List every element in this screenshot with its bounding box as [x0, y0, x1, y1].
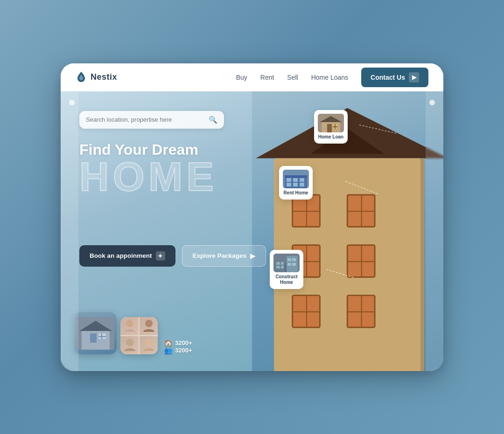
svg-rect-8: [361, 194, 362, 227]
search-icon: 🔍: [209, 116, 217, 124]
home-stat-icon: 🏠: [164, 339, 172, 347]
svg-rect-47: [276, 266, 280, 269]
svg-rect-29: [327, 124, 332, 132]
agent-cell-1: [120, 317, 139, 335]
stat-properties-value: 3200+: [175, 339, 192, 346]
card-home-loan-label: Home Loan: [318, 134, 343, 140]
side-bar-right: [426, 91, 443, 371]
logo: Nestix: [76, 71, 117, 84]
contact-btn-label: Contact Us: [371, 74, 405, 81]
card-home-loan: Home Loan: [314, 110, 348, 144]
svg-point-61: [126, 320, 133, 327]
explore-packages-button[interactable]: Explore Packages ▶: [182, 245, 266, 267]
svg-rect-60: [98, 336, 106, 337]
svg-point-62: [145, 320, 153, 327]
card-rent-home-label: Rent Home: [284, 190, 308, 196]
agents-stat-icon: 👥: [164, 347, 172, 354]
svg-rect-35: [285, 175, 307, 178]
svg-rect-50: [287, 258, 291, 261]
svg-point-63: [126, 339, 133, 346]
contact-btn-arrow: ▶: [409, 72, 419, 83]
nav-home-loans[interactable]: Home Loans: [311, 74, 348, 81]
svg-rect-51: [292, 258, 296, 261]
agents-thumbnail: [120, 317, 158, 354]
nav-buy[interactable]: Buy: [236, 74, 247, 81]
svg-rect-6: [293, 211, 320, 212]
svg-rect-36: [287, 178, 291, 182]
card-rent-home-image: [283, 170, 309, 188]
corner-dot-tl: [69, 100, 75, 105]
svg-rect-40: [293, 183, 298, 186]
property-thumbnail: [75, 312, 117, 354]
explore-btn-icon: ▶: [250, 252, 255, 260]
card-home-loan-image: [318, 114, 344, 132]
svg-rect-45: [276, 262, 280, 265]
svg-rect-9: [347, 211, 375, 212]
agent-cell-3: [120, 336, 139, 354]
search-input[interactable]: [86, 116, 204, 123]
card-construct-home: ConstructHome: [270, 250, 303, 289]
stat-properties: 🏠 3200+: [164, 339, 192, 347]
stats-labels: 🏠 3200+ 👥 3200+: [164, 339, 192, 354]
svg-rect-41: [300, 183, 304, 186]
svg-rect-48: [281, 266, 284, 269]
card-construct-image: [273, 254, 300, 272]
card-rent-home: Rent Home: [279, 166, 313, 200]
svg-rect-4: [293, 194, 320, 227]
svg-rect-5: [306, 194, 307, 227]
book-btn-label: Book an appoinment: [90, 252, 152, 259]
svg-rect-22: [420, 158, 424, 371]
hero-buttons: Book an appoinment + Explore Packages ▶: [79, 245, 266, 267]
logo-icon: [76, 71, 87, 84]
book-appointment-button[interactable]: Book an appoinment +: [79, 245, 175, 267]
agent-cell-4: [140, 336, 158, 354]
svg-rect-46: [281, 262, 284, 265]
svg-rect-21: [347, 311, 375, 312]
hero-section: 🔍 Find Your Dream HOME Book an appoinmen…: [61, 91, 443, 371]
navbar: Nestix Buy Rent Sell Home Loans Contact …: [61, 63, 443, 91]
svg-rect-57: [90, 333, 97, 343]
svg-point-64: [145, 339, 153, 346]
headline: Find Your Dream HOME: [79, 142, 217, 195]
book-btn-icon: +: [156, 251, 165, 261]
side-bar-left: [61, 91, 78, 371]
stat-agents-value: 3200+: [175, 347, 192, 354]
nav-links: Buy Rent Sell Home Loans Contact Us ▶: [236, 68, 428, 87]
agent-cell-2: [140, 317, 158, 335]
svg-rect-37: [293, 178, 298, 182]
property-thumb-inner: [75, 312, 117, 354]
svg-rect-18: [293, 311, 320, 312]
stats-area: 🏠 3200+ 👥 3200+: [75, 312, 192, 354]
headline-main: HOME: [79, 158, 217, 195]
corner-dot-tr: [429, 100, 435, 105]
contact-us-button[interactable]: Contact Us ▶: [361, 68, 428, 87]
card-construct-label: ConstructHome: [275, 274, 297, 285]
explore-btn-label: Explore Packages: [193, 252, 247, 259]
svg-rect-39: [287, 183, 291, 186]
device-frame: Nestix Buy Rent Sell Home Loans Contact …: [61, 63, 443, 371]
nav-rent[interactable]: Rent: [260, 74, 274, 81]
nav-sell[interactable]: Sell: [287, 74, 298, 81]
search-bar: 🔍: [79, 111, 224, 129]
svg-rect-15: [347, 261, 375, 262]
property-thumb-svg: [77, 317, 114, 350]
svg-rect-52: [287, 263, 291, 266]
svg-rect-38: [300, 178, 304, 182]
svg-rect-53: [292, 263, 296, 266]
agents-grid: [120, 317, 158, 354]
logo-text: Nestix: [91, 72, 117, 82]
stat-agents: 👥 3200+: [164, 347, 192, 354]
svg-rect-32: [333, 126, 337, 127]
